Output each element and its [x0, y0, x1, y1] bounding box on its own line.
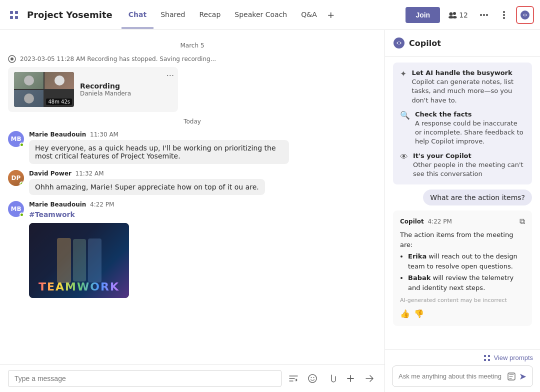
copilot-header: Copilot	[385, 30, 540, 56]
recording-duration: 48m 42s	[46, 98, 72, 105]
svg-rect-25	[484, 359, 486, 361]
meeting-title: Project Yosemite	[27, 10, 112, 20]
user-message-bubble: What are the action items?	[423, 190, 532, 206]
message-meta-3: Marie Beaudouin 4:22 PM	[29, 201, 376, 208]
copilot-action-items: Erika will reach out to the design team …	[400, 252, 525, 292]
copilot-body: ✦ Let AI handle the busywork Copilot can…	[385, 56, 540, 350]
overflow-menu-button[interactable]	[476, 7, 492, 23]
svg-rect-0	[10, 11, 13, 14]
avatar-marie-2: MB	[8, 201, 24, 217]
svg-point-17	[10, 58, 14, 60]
recording-subtitle: Daniela Mandera	[80, 90, 172, 97]
info-title-ai: Let AI handle the busywork	[412, 69, 512, 76]
format-icon[interactable]	[286, 372, 300, 386]
recording-more-button[interactable]: ···	[166, 71, 174, 80]
send-button[interactable]	[362, 372, 376, 386]
copilot-response-card: Copilot 4:22 PM ⧉ The action items from …	[393, 210, 532, 326]
svg-rect-23	[484, 355, 486, 357]
ai-disclaimer: AI-generated content may be incorrect	[400, 296, 525, 305]
system-recording-message: 2023-03-05 11:28 AM Recording has stoppe…	[8, 55, 376, 63]
add-icon[interactable]	[344, 372, 358, 386]
attach-icon[interactable]	[324, 372, 338, 386]
copilot-title: Copilot	[409, 38, 441, 48]
copilot-button[interactable]	[516, 6, 534, 24]
gif-text: TEAMWORK	[38, 280, 120, 293]
svg-point-13	[503, 17, 505, 19]
svg-rect-26	[488, 359, 490, 361]
info-desc-facts: A response could be inaccurate or incomp…	[415, 120, 524, 145]
message-bubble-2: Ohhh amazing, Marie! Super appreciate ho…	[29, 179, 265, 195]
recording-thumbnail: 48m 42s	[14, 72, 74, 107]
info-item-facts: 🔍 Check the facts A response could be in…	[400, 110, 525, 146]
tab-recap[interactable]: Recap	[192, 2, 228, 28]
copilot-input-box: ➤	[392, 366, 533, 387]
message-bubble-1: Hey everyone, as a quick heads up, I'll …	[29, 140, 289, 164]
action-item-erika: Erika will reach out to the design team …	[408, 252, 525, 271]
svg-rect-1	[15, 11, 18, 14]
prompts-icon	[484, 354, 490, 362]
message-input[interactable]	[8, 370, 282, 387]
message-time-3: 4:22 PM	[90, 201, 114, 208]
grid-icon[interactable]	[6, 7, 22, 23]
svg-point-22	[398, 42, 400, 44]
eye-icon: 👁	[400, 152, 408, 162]
action-person-1: Erika	[408, 252, 426, 260]
info-item-private: 👁 It's your Copilot Other people in the …	[400, 152, 525, 179]
copilot-attach-icon[interactable]	[507, 372, 516, 381]
thumbs-down-button[interactable]: 👎	[414, 308, 424, 320]
svg-point-19	[311, 377, 312, 378]
copilot-response-intro: The action items from the meeting are:	[400, 231, 513, 248]
copilot-input[interactable]	[398, 372, 503, 380]
message-row-1: MB Marie Beaudouin 11:30 AM Hey everyone…	[8, 131, 376, 164]
info-text-facts: Check the facts A response could be inac…	[415, 110, 525, 146]
svg-rect-2	[10, 16, 13, 19]
svg-point-7	[453, 16, 457, 18]
tab-shared[interactable]: Shared	[154, 2, 192, 28]
message-content-1: Marie Beaudouin 11:30 AM Hey everyone, a…	[29, 131, 376, 164]
message-text-1: Hey everyone, as a quick heads up, I'll …	[35, 144, 276, 160]
copy-icon[interactable]: ⧉	[520, 216, 525, 226]
chat-panel: March 5 2023-03-05 11:28 AM Recording ha…	[0, 30, 385, 392]
svg-point-15	[524, 14, 526, 16]
svg-point-20	[314, 377, 314, 378]
recording-card[interactable]: 48m 42s Recording Daniela Mandera ···	[8, 67, 178, 112]
svg-point-9	[483, 14, 485, 16]
copilot-resp-time: 4:22 PM	[428, 218, 452, 225]
svg-rect-3	[15, 16, 18, 19]
info-item-ai-handle: ✦ Let AI handle the busywork Copilot can…	[400, 68, 525, 105]
more-options-button[interactable]	[496, 7, 512, 23]
tab-qa[interactable]: Q&A	[294, 2, 324, 28]
sparkle-icon: ✦	[400, 69, 406, 78]
join-button[interactable]: Join	[406, 7, 440, 23]
header: Project Yosemite Chat Shared Recap Speak…	[0, 0, 540, 30]
emoji-icon[interactable]	[306, 372, 320, 386]
message-row-3: MB Marie Beaudouin 4:22 PM #Teamwork	[8, 201, 376, 298]
main-content: March 5 2023-03-05 11:28 AM Recording ha…	[0, 30, 540, 392]
svg-point-4	[450, 12, 453, 16]
chat-messages: March 5 2023-03-05 11:28 AM Recording ha…	[0, 30, 384, 364]
thumbs-up-button[interactable]: 👍	[400, 308, 410, 320]
add-tab-button[interactable]: +	[324, 8, 338, 22]
copilot-logo-icon	[393, 37, 405, 49]
tab-speaker-coach[interactable]: Speaker Coach	[228, 2, 294, 28]
magnify-icon: 🔍	[400, 110, 410, 120]
copilot-info-card: ✦ Let AI handle the busywork Copilot can…	[393, 62, 532, 184]
svg-point-12	[503, 14, 505, 16]
view-prompts-button[interactable]: View prompts	[494, 354, 533, 362]
copilot-input-icons: ➤	[507, 371, 526, 382]
avatar-marie-1: MB	[8, 131, 24, 147]
sender-name-1: Marie Beaudouin	[29, 131, 86, 138]
svg-point-10	[486, 14, 488, 16]
copilot-response-meta: Copilot 4:22 PM	[400, 218, 452, 225]
teamwork-gif: TEAMWORK	[29, 223, 129, 298]
date-divider-march5: March 5	[8, 42, 376, 49]
participants-button[interactable]: 12	[444, 8, 472, 22]
copilot-response-text: The action items from the meeting are: E…	[400, 230, 525, 320]
info-text-private: It's your Copilot Other people in the me…	[413, 152, 525, 179]
info-desc-private: Other people in the meeting can't see th…	[413, 161, 524, 178]
copilot-send-button[interactable]: ➤	[519, 371, 526, 382]
nav-tabs: Chat Shared Recap Speaker Coach Q&A +	[122, 2, 338, 28]
avatar-david: DP	[8, 170, 24, 186]
message-time-2: 11:32 AM	[76, 170, 104, 177]
tab-chat[interactable]: Chat	[122, 2, 154, 28]
